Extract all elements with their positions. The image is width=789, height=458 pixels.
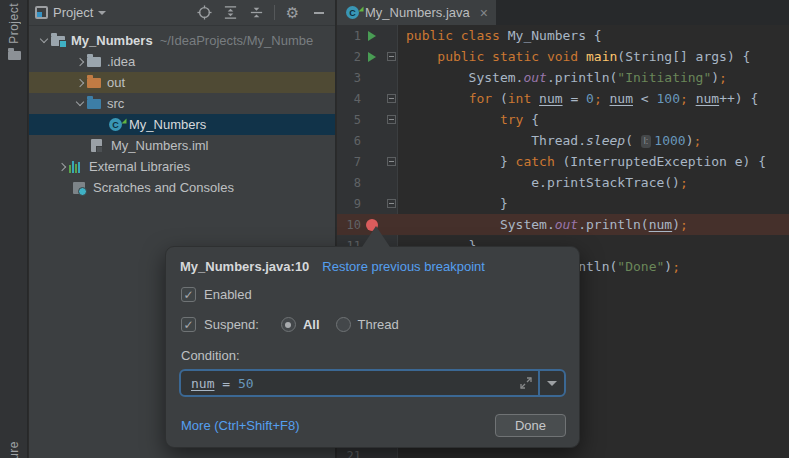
fold-slot[interactable] xyxy=(383,157,399,166)
code-line-4[interactable]: 4 for (int num = 0; num < 100; num++) { xyxy=(337,88,789,109)
expand-all-icon[interactable] xyxy=(222,4,239,21)
libraries-icon xyxy=(69,161,80,173)
project-tool-icon[interactable] xyxy=(8,51,21,60)
chevron-right-icon[interactable] xyxy=(73,59,87,65)
tree-item--idea[interactable]: .idea xyxy=(29,51,335,72)
fold-icon[interactable] xyxy=(387,115,396,124)
code-token: ; xyxy=(680,175,688,190)
tree-item-icon-wrap xyxy=(69,161,87,173)
tree-item-src[interactable]: src xyxy=(29,93,335,114)
locate-icon[interactable] xyxy=(196,4,213,21)
suspend-all-radio[interactable] xyxy=(281,317,296,332)
condition-input[interactable]: num = 50 xyxy=(179,369,566,397)
code-line-9[interactable]: 9 } xyxy=(337,193,789,214)
fold-slot[interactable] xyxy=(383,52,399,61)
hide-panel-icon[interactable] xyxy=(310,4,327,21)
done-button[interactable]: Done xyxy=(495,414,566,437)
suspend-checkbox[interactable]: ✓ xyxy=(181,317,196,332)
line-number[interactable]: 2 xyxy=(337,50,361,64)
code-token: ++) { xyxy=(719,91,758,106)
fold-slot[interactable] xyxy=(383,94,399,103)
tree-item-scratches-and-consoles[interactable]: Scratches and Consoles xyxy=(29,177,335,198)
code-line-1[interactable]: 1public class My_Numbers { xyxy=(337,25,789,46)
fold-icon[interactable] xyxy=(387,94,396,103)
run-arrow-icon[interactable] xyxy=(368,31,376,41)
code-token: ) xyxy=(711,70,719,85)
line-number[interactable]: 1 xyxy=(337,29,361,43)
tree-item-out[interactable]: out xyxy=(29,72,335,93)
tree-item-my-numbers[interactable]: My_Numbers~/IdeaProjects/My_Numbe xyxy=(29,30,335,51)
code-token xyxy=(578,49,586,64)
fold-icon[interactable] xyxy=(387,157,396,166)
line-number[interactable]: 7 xyxy=(337,155,361,169)
tree-item-external-libraries[interactable]: External Libraries xyxy=(29,156,335,177)
close-icon[interactable]: × xyxy=(480,7,488,19)
code-token: main xyxy=(586,49,617,64)
condition-dropdown-button[interactable] xyxy=(540,371,564,395)
suspend-thread-label: Thread xyxy=(358,317,399,332)
code-token: try xyxy=(500,112,523,127)
chevron-right-icon[interactable] xyxy=(73,80,87,86)
editor-tab[interactable]: C My_Numbers.java × xyxy=(337,0,496,25)
tree-item-icon-wrap xyxy=(51,36,69,46)
structure-stripe-button[interactable]: ure xyxy=(7,441,21,458)
code-token: { xyxy=(523,112,539,127)
project-panel-title[interactable]: Project xyxy=(53,5,93,20)
settings-gear-icon[interactable]: ⚙ xyxy=(284,4,301,21)
fold-slot[interactable] xyxy=(383,199,399,208)
ide-window: { "colors": { "panel_bg": "#3c3f41", "ed… xyxy=(0,0,789,458)
code-line-7[interactable]: 7 } catch (InterruptedException e) { xyxy=(337,151,789,172)
collapse-all-icon[interactable] xyxy=(248,4,265,21)
expand-editor-icon[interactable] xyxy=(514,377,538,389)
code-line-8[interactable]: 8 e.printStackTrace(); xyxy=(337,172,789,193)
gutter-icon-slot[interactable] xyxy=(361,31,383,41)
run-arrow-icon[interactable] xyxy=(368,52,376,62)
line-number[interactable]: 21 xyxy=(337,449,361,458)
code-token: public static void xyxy=(437,49,578,64)
code-line-6[interactable]: 6 Thread.sleep( l:1000); xyxy=(337,130,789,151)
code-line-3[interactable]: 3 System.out.println("Initiating"); xyxy=(337,67,789,88)
tree-item-my-numbers-iml[interactable]: My_Numbers.iml xyxy=(29,135,335,156)
code-token: ) xyxy=(672,217,680,232)
enabled-checkbox[interactable]: ✓ xyxy=(181,287,196,302)
chevron-right-icon[interactable] xyxy=(55,164,69,170)
fold-icon[interactable] xyxy=(387,199,396,208)
gutter-icon-slot[interactable] xyxy=(361,52,383,62)
line-number[interactable]: 9 xyxy=(337,197,361,211)
more-settings-link[interactable]: More (Ctrl+Shift+F8) xyxy=(181,418,299,433)
code-token: ; xyxy=(672,259,680,274)
folder-icon xyxy=(87,57,101,67)
line-number[interactable]: 3 xyxy=(337,71,361,85)
chevron-down-icon[interactable] xyxy=(98,11,106,15)
code-line-5[interactable]: 5 try { xyxy=(337,109,789,130)
chevron-down-icon[interactable] xyxy=(37,39,51,42)
source-folder-icon xyxy=(87,99,101,109)
code-line-10[interactable]: 10 System.out.println(num); xyxy=(337,214,789,235)
suspend-thread-radio[interactable] xyxy=(336,317,351,332)
code-token: (String[] args) { xyxy=(617,49,750,64)
fold-slot[interactable] xyxy=(383,115,399,124)
project-stripe-button[interactable]: Project xyxy=(7,3,21,44)
line-number[interactable]: 10 xyxy=(337,218,361,232)
tree-item-label: out xyxy=(107,75,125,90)
code-token: num xyxy=(696,91,719,106)
code-token: catch xyxy=(516,154,555,169)
line-number[interactable]: 5 xyxy=(337,113,361,127)
code-text: public static void main(String[] args) { xyxy=(399,49,750,64)
line-number[interactable]: 4 xyxy=(337,92,361,106)
tree-item-icon-wrap xyxy=(91,139,109,152)
code-token: 0 xyxy=(586,91,594,106)
code-line-2[interactable]: 2 public static void main(String[] args)… xyxy=(337,46,789,67)
tree-item-icon-wrap: C xyxy=(109,118,127,131)
code-token: "Initiating" xyxy=(617,70,711,85)
code-token: Thread. xyxy=(406,133,586,148)
line-number[interactable]: 8 xyxy=(337,176,361,190)
code-token: ; xyxy=(680,91,688,106)
tree-item-my-numbers[interactable]: CMy_Numbers xyxy=(29,114,335,135)
chevron-down-icon[interactable] xyxy=(73,102,87,105)
condition-value[interactable]: num = 50 xyxy=(181,376,514,391)
restore-breakpoint-link[interactable]: Restore previous breakpoint xyxy=(322,259,485,274)
fold-icon[interactable] xyxy=(387,52,396,61)
code-token: My_Numbers { xyxy=(500,28,602,43)
line-number[interactable]: 6 xyxy=(337,134,361,148)
